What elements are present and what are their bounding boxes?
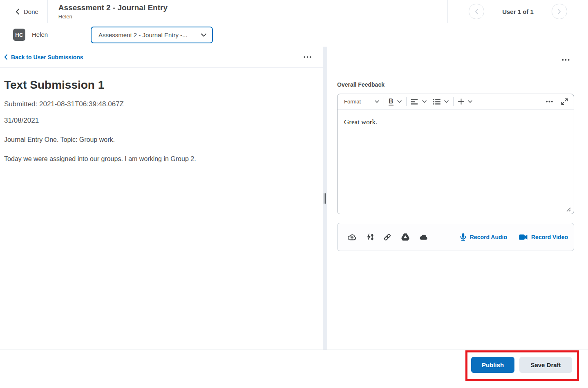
back-to-user-submissions-link[interactable]: Back to User Submissions — [4, 54, 83, 61]
insert-link-button[interactable] — [383, 233, 391, 241]
chevron-left-icon — [475, 9, 478, 14]
chevron-down-icon — [444, 100, 449, 103]
quicklink-icon — [366, 233, 373, 241]
record-video-label: Record Video — [531, 234, 568, 240]
page-title-block: Assessment 2 - Journal Entry Helen — [48, 0, 447, 23]
assessment-selector-value: Assessment 2 - Journal Entry -... — [98, 31, 188, 38]
align-left-icon — [411, 99, 418, 105]
user-bar: HC Helen Assessment 2 - Journal Entry -.… — [0, 24, 588, 46]
attachment-icon-group — [348, 233, 428, 241]
attachments-bar: Record Audio Record Video — [337, 223, 574, 251]
microphone-icon — [460, 233, 466, 241]
feedback-text-area[interactable]: Great work. — [338, 110, 574, 214]
submission-date: 31/08/2021 — [4, 116, 298, 125]
submission-title: Text Submission 1 — [4, 78, 298, 92]
done-button[interactable]: Done — [0, 0, 47, 23]
format-dropdown[interactable]: Format — [344, 99, 379, 105]
chevron-down-icon — [375, 100, 379, 103]
onedrive-icon — [419, 234, 428, 240]
record-audio-button[interactable]: Record Audio — [460, 233, 507, 241]
chevron-left-icon — [16, 9, 19, 15]
video-camera-icon — [519, 234, 528, 240]
ellipsis-icon — [562, 59, 570, 61]
chevron-left-icon — [4, 54, 7, 60]
onedrive-button[interactable] — [419, 234, 428, 240]
assessment-grading-page: Done Assessment 2 - Journal Entry Helen … — [0, 0, 588, 388]
footer-bar: Publish Save Draft — [0, 350, 588, 388]
next-user-button[interactable] — [552, 4, 567, 19]
chevron-down-icon — [201, 34, 206, 37]
record-audio-label: Record Audio — [470, 234, 507, 240]
user-name: Helen — [32, 31, 48, 38]
toolbar-separator — [384, 97, 384, 106]
chevron-down-icon — [422, 100, 427, 103]
feedback-rich-text-editor: Format B — [337, 94, 574, 214]
toolbar-separator — [406, 97, 407, 106]
submission-body: Text Submission 1 Submitted: 2021-08-31T… — [0, 78, 323, 163]
expand-fullscreen-icon — [561, 98, 568, 105]
list-dropdown-button[interactable] — [433, 99, 449, 105]
ellipsis-icon — [546, 101, 553, 103]
toolbar-right-group — [546, 98, 568, 105]
ellipsis-icon — [304, 56, 311, 58]
panel-splitter[interactable] — [323, 47, 327, 350]
quicklink-button[interactable] — [366, 233, 373, 241]
toolbar-separator — [453, 97, 454, 106]
back-link-label: Back to User Submissions — [11, 54, 83, 61]
toolbar-separator — [477, 97, 477, 106]
main-area: Back to User Submissions Text Submission… — [0, 47, 588, 350]
bullet-list-icon — [433, 99, 440, 105]
previous-user-button[interactable] — [469, 4, 484, 19]
submission-panel: Back to User Submissions Text Submission… — [0, 47, 323, 350]
toolbar-more-button[interactable] — [546, 101, 553, 103]
resize-handle-icon[interactable] — [565, 206, 571, 212]
google-drive-button[interactable] — [401, 233, 409, 241]
save-draft-button[interactable]: Save Draft — [519, 357, 572, 373]
insert-dropdown-button[interactable] — [458, 99, 472, 105]
plus-icon — [458, 99, 464, 105]
feedback-options-button[interactable] — [562, 59, 570, 61]
bold-icon: B — [389, 98, 393, 105]
record-video-button[interactable]: Record Video — [519, 234, 568, 240]
top-bar: Done Assessment 2 - Journal Entry Helen … — [0, 0, 588, 23]
user-count-label: User 1 of 1 — [502, 8, 534, 15]
link-icon — [383, 233, 391, 241]
overall-feedback-label: Overall Feedback — [337, 81, 385, 88]
editor-toolbar: Format B — [338, 94, 574, 110]
bold-dropdown-button[interactable]: B — [389, 98, 402, 105]
splitter-drag-handle[interactable] — [324, 193, 326, 204]
submission-paragraph: Today we were assigned into our groups. … — [4, 155, 298, 163]
chevron-down-icon — [397, 100, 402, 103]
assessment-selector-dropdown[interactable]: Assessment 2 - Journal Entry -... — [91, 27, 213, 43]
page-title: Assessment 2 - Journal Entry — [58, 3, 447, 12]
page-subtitle: Helen — [58, 13, 447, 20]
upload-icon — [348, 233, 356, 241]
submission-paragraph: Journal Entry One. Topic: Group work. — [4, 136, 298, 144]
feedback-text: Great work. — [344, 118, 377, 126]
feedback-panel: Overall Feedback Format B — [327, 47, 588, 350]
user-navigation: User 1 of 1 — [447, 0, 588, 23]
upload-file-button[interactable] — [348, 233, 356, 241]
avatar: HC — [13, 29, 25, 41]
submission-panel-header: Back to User Submissions — [0, 47, 323, 68]
publish-button[interactable]: Publish — [471, 357, 514, 373]
done-label: Done — [24, 8, 38, 15]
chevron-down-icon — [468, 100, 472, 103]
chevron-right-icon — [558, 9, 561, 14]
alignment-dropdown-button[interactable] — [411, 99, 427, 105]
record-button-group: Record Audio Record Video — [460, 233, 568, 241]
format-label: Format — [344, 99, 371, 105]
google-drive-icon — [401, 233, 409, 241]
submission-options-button[interactable] — [304, 56, 311, 58]
submitted-timestamp: Submitted: 2021-08-31T06:39:48.067Z — [4, 100, 298, 108]
fullscreen-button[interactable] — [561, 98, 568, 105]
